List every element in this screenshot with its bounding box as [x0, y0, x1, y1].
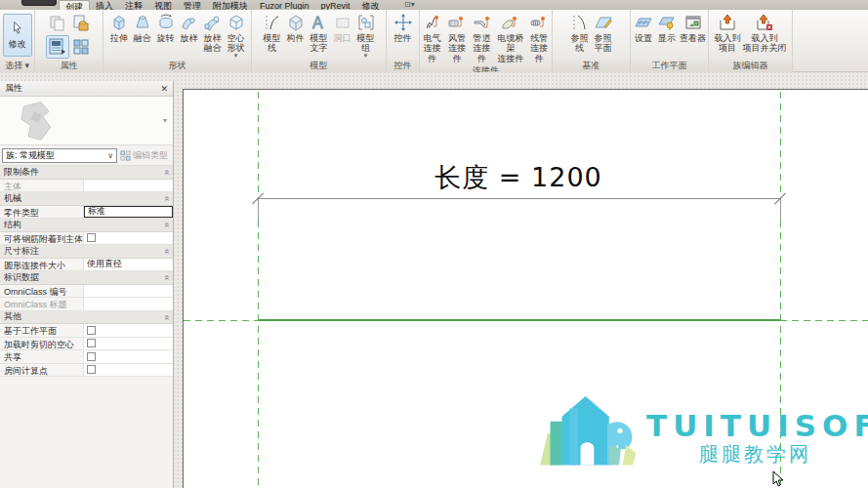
tab-manage[interactable]: 管理: [178, 0, 207, 10]
collapse-icon[interactable]: «: [162, 275, 172, 279]
tab-annotate[interactable]: 注释: [119, 0, 148, 10]
close-icon[interactable]: ✕: [160, 84, 168, 94]
viewer-button[interactable]: 查看器: [679, 12, 707, 44]
ribbon-tab-bar: 创建插入注释视图管理附加模块Fuzor PluginpyRevit修改 ⊡▾: [0, 0, 868, 10]
room-calculation-point-row-checkbox[interactable]: [87, 365, 96, 374]
edit-type-icon: [120, 150, 131, 161]
cut-with-voids-row-checkbox[interactable]: [87, 339, 96, 347]
collapse-icon[interactable]: «: [162, 170, 172, 174]
modify-button[interactable]: 修改: [3, 14, 32, 57]
rebar-host-row-label: 可将钢筋附着到主体: [0, 232, 84, 245]
reference-plane-horizontal-right-segment[interactable]: [780, 320, 868, 321]
dimension-line[interactable]: [258, 198, 780, 199]
shared-row-value[interactable]: [84, 350, 173, 363]
blend-icon: [133, 13, 152, 32]
pipe-connector-button[interactable]: 管道 连接件: [470, 12, 494, 64]
tab-pyrevit[interactable]: pyRevit: [315, 0, 356, 10]
collapse-icon[interactable]: «: [162, 249, 172, 253]
tab-modify[interactable]: 修改: [356, 0, 386, 10]
cut-with-voids-row-label: 加载时剪切的空心: [0, 338, 84, 350]
model-text-button[interactable]: A模型 文字: [308, 12, 331, 55]
select-group-label[interactable]: 选择 ▾: [0, 60, 34, 72]
load-into-project-close-icon: [755, 13, 774, 32]
sweep-blend-button[interactable]: 放样 融合: [201, 12, 225, 55]
identity-data-section-header[interactable]: 标识数据«: [0, 271, 173, 285]
properties-panel-title-bar: 属性 ✕: [0, 81, 173, 97]
sweep-button[interactable]: 放样: [178, 12, 201, 44]
reference-plane-horizontal-left-segment[interactable]: [184, 320, 258, 321]
preview-dropdown-icon[interactable]: ▾: [163, 116, 167, 125]
control-group: 控件控件: [387, 10, 420, 72]
collapse-icon[interactable]: «: [162, 315, 172, 319]
host-row-label: 主体: [0, 180, 84, 192]
edit-type-button[interactable]: 编辑类型: [120, 149, 168, 162]
blend-button[interactable]: 融合: [131, 12, 154, 44]
conduit-connector-button[interactable]: 线管 连接件: [527, 12, 552, 64]
omniclass-title-row-value[interactable]: [84, 298, 173, 310]
load-into-project-button[interactable]: 载入到 项目: [714, 12, 742, 55]
model-group-button-label: 模型 组: [357, 33, 375, 54]
cable-tray-connector-button[interactable]: 电缆桥架 连接件: [494, 12, 526, 64]
extrude-button-label: 拉伸: [110, 33, 128, 43]
load-into-project-and-close-button[interactable]: 载入到 项目并关闭: [742, 12, 788, 55]
work-plane-based-row-value[interactable]: [84, 324, 173, 337]
family-parameters-icon[interactable]: [69, 35, 93, 59]
host-row-value[interactable]: [84, 180, 173, 192]
void-forms-button[interactable]: 空心 形状▾: [225, 12, 248, 59]
dimensions-section-header[interactable]: 尺寸标注«: [0, 245, 173, 259]
room-calculation-point-row-value[interactable]: [84, 364, 173, 377]
chevron-down-icon: ▾: [364, 54, 368, 58]
collapse-icon[interactable]: «: [162, 223, 172, 226]
tab-view[interactable]: 视图: [148, 0, 178, 10]
reference-line-button[interactable]: 参照 线: [568, 12, 592, 55]
control-button[interactable]: 控件: [392, 12, 415, 44]
model-group-button[interactable]: 模型 组▾: [354, 12, 378, 59]
properties-palette-icon[interactable]: [46, 35, 69, 59]
shared-row-checkbox[interactable]: [87, 352, 96, 361]
reference-line[interactable]: [258, 319, 780, 321]
family-category-icon[interactable]: [46, 12, 69, 35]
show-workplane-button[interactable]: 显示: [655, 12, 679, 44]
set-workplane-button[interactable]: 设置: [632, 12, 655, 44]
reference-plane-button-label: 参照 平面: [595, 33, 612, 54]
tab-addins[interactable]: 附加模块: [207, 0, 254, 10]
structure-section-header[interactable]: 结构«: [0, 219, 173, 232]
other-section-header[interactable]: 其他«: [0, 311, 173, 325]
model-group-icon: [356, 13, 376, 32]
tab-create[interactable]: 创建: [59, 0, 90, 10]
tab-insert[interactable]: 插入: [90, 0, 119, 10]
duct-connector-button[interactable]: 风管 连接件: [444, 12, 469, 64]
rebar-host-row-value[interactable]: [84, 232, 173, 245]
tab-fuzor-plugin[interactable]: Fuzor Plugin: [254, 0, 315, 10]
part-type-row-value[interactable]: 标准: [84, 206, 173, 219]
constraints-section-header[interactable]: 限制条件«: [0, 166, 173, 180]
mechanical-section-header[interactable]: 机械«: [0, 192, 173, 206]
electrical-connector-button[interactable]: 电气 连接件: [420, 12, 444, 64]
application-button[interactable]: [21, 0, 57, 6]
cut-with-voids-row: 加载时剪切的空心: [0, 338, 173, 351]
component-button[interactable]: 构件: [284, 12, 308, 44]
family-types-icon[interactable]: [69, 12, 93, 35]
cut-with-voids-row-value[interactable]: [84, 338, 173, 350]
extrude-button[interactable]: 拉伸: [107, 12, 131, 44]
dimension-extension-left: [258, 199, 259, 221]
revolve-button[interactable]: 旋转: [154, 12, 178, 44]
round-connector-size-row: 圆形连接件大小使用直径: [0, 259, 173, 272]
omniclass-number-row-value[interactable]: [84, 285, 173, 298]
extrude-icon: [109, 13, 129, 32]
drawing-area[interactable]: 长度 = 1200 TUITUISOFT 腿腿教学网: [183, 89, 868, 488]
round-connector-size-row-value[interactable]: 使用直径: [84, 259, 173, 271]
ribbon-tabs: 创建插入注释视图管理附加模块Fuzor PluginpyRevit修改: [59, 0, 386, 10]
rebar-host-row-checkbox[interactable]: [87, 233, 96, 242]
dimension-label[interactable]: 长度 = 1200: [382, 160, 655, 195]
ribbon-options-icon[interactable]: ⊡▾: [404, 0, 415, 9]
show-workplane-button-label: 显示: [658, 33, 676, 43]
reference-plane-vertical-left[interactable]: [258, 92, 259, 488]
type-selector[interactable]: 族: 常规模型 ∨: [2, 148, 117, 163]
reference-plane-button[interactable]: 参照 平面: [592, 12, 615, 55]
collapse-icon[interactable]: «: [162, 196, 172, 200]
model-line-button[interactable]: 模型 线: [261, 12, 284, 55]
work-plane-based-row-checkbox[interactable]: [87, 326, 96, 335]
set-workplane-icon: [634, 13, 653, 32]
family-preview: ▾: [0, 97, 173, 145]
